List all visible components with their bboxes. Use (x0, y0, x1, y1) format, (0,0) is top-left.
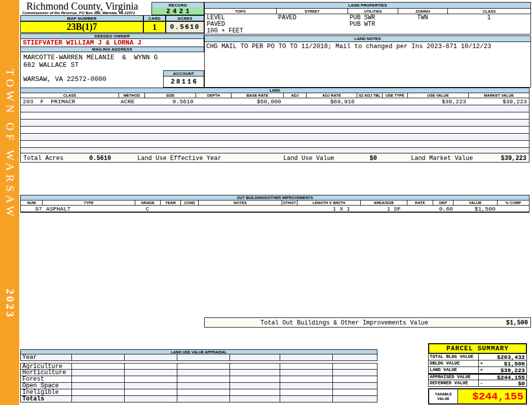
map-number-header: MAP NUMBER (20, 15, 143, 21)
appraisal-row-label: Horticulture (20, 370, 72, 376)
land-use-type (382, 98, 407, 105)
land-class: 203 F PRIMACR (21, 98, 119, 105)
column-header-street: STREET (276, 9, 348, 14)
column-header-year: YEAR (160, 200, 180, 205)
land-totals-row: Total Acres 0.5610 Land Use Effective Ye… (20, 153, 529, 163)
out-buildings-title: OUT BUILDINGS/OTHER IMPROVEMENTS (21, 195, 529, 200)
column-header-class: CLASS (447, 9, 530, 14)
column-header-type: TYPE (42, 200, 135, 205)
taxable-value-label: TAXABLE VALUE (429, 389, 458, 403)
appraisal-cell (280, 396, 333, 402)
land-empty-row (21, 119, 529, 126)
parcel-summary: PARCEL SUMMARY TOTAL BLDG VALUE $203,432… (428, 343, 527, 404)
appraisal-cell (177, 370, 230, 376)
utilities-value: PUB SWR (348, 14, 398, 21)
appraisal-cell (125, 354, 177, 361)
appraisal-cell (280, 354, 333, 361)
land-market-value-label: Land Market Value (411, 155, 473, 162)
property-record-card: TOWN OF WARSAW 2023 Richmond County, Vir… (0, 0, 532, 405)
appraisal-row-totals: Totals (20, 396, 377, 402)
land-empty-row (21, 140, 529, 147)
appraisal-cell (333, 376, 377, 383)
land-table-row: 203 F PRIMACR ACRE 0.5610 $50,000 $69,91… (21, 98, 529, 105)
column-header-utilities: UTILITIES (348, 9, 398, 14)
out-buildings-table: OUT BUILDINGS/OTHER IMPROVEMENTS NUM TYP… (20, 195, 529, 213)
summary-operator: - (479, 380, 487, 386)
ob-length-width: 1 X 1 (297, 206, 360, 212)
land-sz-adj-tbl (357, 98, 382, 105)
appraisal-cell (72, 396, 125, 402)
column-header-cond: COND (180, 200, 198, 205)
out-buildings-total-value: $1,500 (506, 319, 528, 327)
summary-row-deferred: DEFERRED VALUE -$0 (428, 380, 527, 387)
appraisal-row-forest: Forest (20, 376, 377, 383)
appraisal-cell (333, 389, 377, 396)
ob-year (160, 206, 180, 212)
appraisal-cell (125, 389, 177, 396)
column-header-sthgt: STHGT (282, 200, 297, 205)
summary-label: OBLDG VALUE (428, 360, 479, 367)
appraisal-row-agriculture: Agriculture (20, 363, 377, 370)
appraisal-cell (72, 363, 125, 370)
column-header-notes: NOTES (198, 200, 282, 205)
mailing-address-header: MAILING ADDRESS (20, 47, 204, 52)
appraisal-cell (280, 383, 333, 389)
column-header-value: VALUE (453, 200, 497, 205)
appraisal-cell (177, 376, 230, 383)
tax-year-vertical: 2023 (4, 289, 17, 319)
appraisal-cell (72, 376, 125, 383)
land-market-value: $39,223 (501, 155, 526, 162)
land-depth (196, 98, 231, 105)
land-use-value: $39,223 (407, 98, 468, 105)
ob-grade: C (135, 206, 160, 212)
column-header-size: SIZE (144, 93, 196, 98)
street-value: PAVED (276, 14, 348, 21)
ob-value: $1,500 (453, 206, 497, 212)
mailing-address-line: MARCOTTE-WARREN MELANIE & WYNN G (23, 54, 158, 61)
appraisal-cell (333, 354, 377, 361)
parcel-summary-title: PARCEL SUMMARY (428, 343, 527, 354)
column-header-method: METHOD (119, 93, 144, 98)
ob-dep: 0.60 (433, 206, 453, 212)
land-properties-row: PAVED PUB WTR (205, 21, 530, 27)
class-value (447, 27, 530, 34)
total-acres-label: Total Acres (23, 155, 63, 162)
column-header-adj: ADJ (283, 93, 306, 98)
appraisal-cell (230, 383, 280, 389)
summary-row-land: LAND VALUE +$39,223 (428, 367, 527, 374)
appraisal-row-label: Open Space (20, 383, 72, 389)
utilities-value: PUB WTR (348, 21, 398, 27)
ob-pct-comp (497, 206, 529, 212)
acres-header: ACRES (166, 15, 204, 21)
ob-notes (198, 206, 282, 212)
summary-row-total-bldg: TOTAL BLDG VALUE $203,432 (428, 354, 527, 360)
summary-row-appraised: APPRAISED VALUE $244,155 (428, 374, 527, 380)
sidebar-band: TOWN OF WARSAW 2023 (0, 0, 19, 405)
out-buildings-header-row: NUM TYPE GRADE YEAR COND NOTES STHGT LEN… (21, 200, 529, 206)
land-use-value-label: Land Use Value (283, 155, 334, 162)
mailing-address-line: WARSAW, VA 22572-0000 (23, 75, 106, 83)
card-header: CARD (143, 15, 166, 21)
column-header-use-value: USE VALUE (407, 93, 468, 98)
land-table-header-row: CLASS METHOD SIZE DEPTH BASE RATE ADJ AD… (21, 93, 529, 98)
appraisal-row-year: Year (20, 354, 377, 361)
appraisal-cell (333, 396, 377, 402)
record-number: 2421 (151, 8, 204, 15)
card-value: 1 (143, 21, 166, 33)
column-header-length-width: LENGTH X WIDTH (297, 200, 360, 205)
land-empty-row (21, 105, 529, 112)
land-table-title: LAND (21, 88, 529, 93)
appraisal-cell (333, 363, 377, 370)
appraisal-cell (333, 383, 377, 389)
appraisal-cell (72, 389, 125, 396)
land-properties-row: 100 + FEET (205, 27, 530, 34)
class-value: 1 (447, 14, 530, 21)
deeded-owner-header: DEEDED OWNER (20, 33, 204, 39)
land-method: ACRE (119, 98, 144, 105)
town-name-vertical: TOWN OF WARSAW (4, 69, 17, 220)
column-header-base-rate: BASE RATE (231, 93, 283, 98)
appraisal-cell (177, 363, 230, 370)
summary-label: LAND VALUE (428, 367, 479, 374)
topo-value: 100 + FEET (205, 27, 276, 34)
land-use-appraisal-title: LAND USE VALUE APPRAISAL (20, 349, 377, 354)
